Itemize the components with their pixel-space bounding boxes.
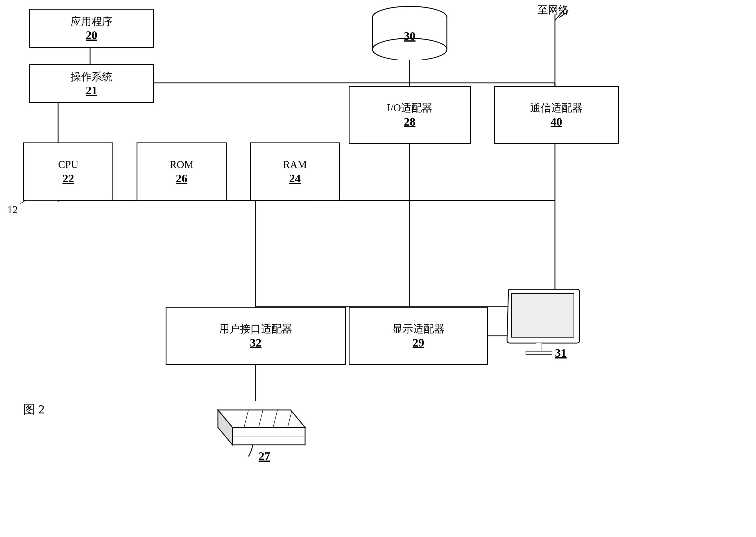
svg-rect-28 xyxy=(536,343,542,352)
io-label: I/O适配器 xyxy=(387,101,432,115)
db-number: 30 xyxy=(404,29,415,43)
rom-number: 26 xyxy=(176,172,187,185)
svg-line-36 xyxy=(559,12,568,18)
monitor-icon: 31 xyxy=(503,288,584,365)
keyboard-icon: 27 xyxy=(201,398,308,464)
figure-label: 图 2 xyxy=(23,401,45,418)
keyboard-svg xyxy=(201,398,308,462)
ram-label: RAM xyxy=(283,158,307,172)
ram-box: RAM 24 xyxy=(250,143,340,201)
display-label: 显示适配器 xyxy=(392,322,444,336)
app-label: 应用程序 xyxy=(71,15,112,28)
os-label: 操作系统 xyxy=(71,70,112,84)
network-wire xyxy=(549,7,572,22)
svg-rect-29 xyxy=(526,351,552,355)
os-box: 操作系统 21 xyxy=(29,64,154,103)
ui-box: 用户接口适配器 32 xyxy=(166,307,346,365)
ram-number: 24 xyxy=(289,172,301,185)
display-box: 显示适配器 29 xyxy=(349,307,488,365)
svg-rect-27 xyxy=(511,294,574,337)
cpu-box: CPU 22 xyxy=(23,143,113,201)
io-number: 28 xyxy=(404,115,415,129)
app-number: 20 xyxy=(86,28,97,42)
app-box: 应用程序 20 xyxy=(29,9,154,48)
monitor-number: 31 xyxy=(555,346,567,360)
comm-number: 40 xyxy=(550,115,562,129)
cpu-number: 22 xyxy=(62,172,74,185)
ui-label: 用户接口适配器 xyxy=(219,322,292,336)
os-number: 21 xyxy=(86,83,97,97)
ui-number: 32 xyxy=(250,336,261,350)
rom-label: ROM xyxy=(170,158,194,172)
cpu-label: CPU xyxy=(58,158,78,172)
comm-label: 通信适配器 xyxy=(530,101,583,115)
keyboard-number: 27 xyxy=(259,449,270,463)
io-box: I/O适配器 28 xyxy=(349,86,471,144)
label-12: 12 xyxy=(7,203,18,216)
db-icon: 30 xyxy=(372,6,447,60)
diagram: 应用程序 20 操作系统 21 CPU 22 ROM 26 RAM 24 I/O… xyxy=(0,0,756,537)
monitor-svg xyxy=(503,288,584,363)
display-number: 29 xyxy=(413,336,424,350)
rom-box: ROM 26 xyxy=(136,143,227,201)
comm-box: 通信适配器 40 xyxy=(494,86,619,144)
